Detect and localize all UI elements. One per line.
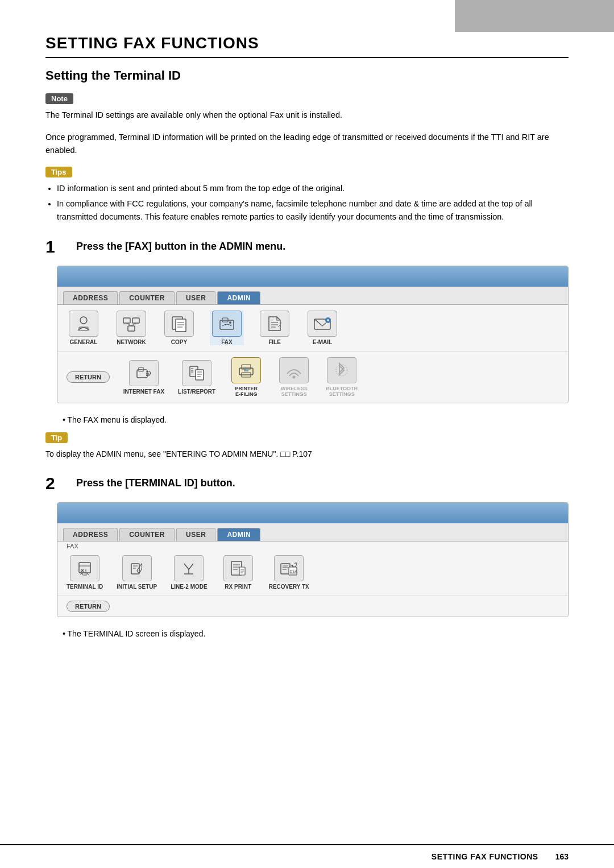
bluetooth-icon xyxy=(331,361,352,379)
icon-internet-fax-label: INTERNET FAX xyxy=(123,388,164,395)
svg-rect-2 xyxy=(123,318,130,323)
tip-label: Tip xyxy=(45,432,68,443)
step-2-container: 2 Press the [TERMINAL ID] button. xyxy=(45,474,569,492)
svg-text:DSA: DSA xyxy=(290,569,297,574)
icon-general-box xyxy=(69,311,98,337)
fax-icon xyxy=(217,315,237,333)
icon-initial-setup-box xyxy=(122,555,152,581)
icon-printer-efiling-box xyxy=(231,357,261,383)
icon-network-label: NETWORK xyxy=(117,339,146,345)
initial-setup-icon xyxy=(127,559,147,577)
tab-address-1[interactable]: ADDRESS xyxy=(63,291,118,304)
fax-breadcrumb: FAX xyxy=(57,542,568,549)
tab-user-1[interactable]: USER xyxy=(176,291,215,304)
section-title: Setting the Terminal ID xyxy=(45,68,569,83)
icon-line2-mode[interactable]: LINE-2 MODE xyxy=(171,555,207,590)
tip-item-1: ID information is sent and printed about… xyxy=(57,182,569,195)
icon-wireless-box xyxy=(279,357,309,383)
rx-print-icon xyxy=(228,559,248,577)
icon-fax[interactable]: FAX xyxy=(210,311,244,345)
copy-icon xyxy=(169,315,189,333)
icon-fax-box xyxy=(212,311,242,337)
note-label: Note xyxy=(45,93,73,104)
admin-screen-1: ADDRESS COUNTER USER Admin GENERAL xyxy=(57,266,569,403)
admin-icons-row-fax: TERMINAL ID INITIAL SETUP xyxy=(57,549,568,596)
printer-efiling-icon xyxy=(236,361,256,379)
icon-copy[interactable]: COPY xyxy=(162,311,196,345)
icon-wireless-label: WIRELESSSETTINGS xyxy=(281,386,308,397)
admin-icons-row-1: GENERAL NETWORK xyxy=(57,305,568,352)
icon-rx-print-box xyxy=(223,555,253,581)
tab-admin-1[interactable]: Admin xyxy=(217,291,260,304)
icon-printer-efiling[interactable]: PRINTERE-FILING xyxy=(229,357,263,397)
admin-tabs-1: ADDRESS COUNTER USER Admin xyxy=(57,287,568,305)
icon-general-label: GENERAL xyxy=(70,339,98,345)
svg-rect-25 xyxy=(196,370,204,380)
step-2-result: The TERMINAL ID screen is displayed. xyxy=(63,627,569,640)
recovery-tx-icon: DSA xyxy=(279,559,299,577)
icon-fax-label: FAX xyxy=(221,339,232,345)
icon-network-box xyxy=(117,311,146,337)
svg-rect-34 xyxy=(79,563,90,573)
svg-point-0 xyxy=(80,317,87,324)
tab-counter-1[interactable]: COUNTER xyxy=(119,291,175,304)
step-1-result: The FAX menu is displayed. xyxy=(63,414,569,426)
icon-copy-label: COPY xyxy=(171,339,187,345)
svg-rect-8 xyxy=(176,319,186,332)
terminal-id-icon xyxy=(74,559,95,577)
admin-icons-row-2: RETURN INTERNET FAX xyxy=(57,352,568,403)
internet-fax-icon xyxy=(134,364,154,382)
icon-internet-fax[interactable]: INTERNET FAX xyxy=(123,360,164,395)
tab-user-2[interactable]: USER xyxy=(176,528,215,541)
general-icon xyxy=(73,315,94,333)
return-btn-1[interactable]: RETURN xyxy=(67,371,110,383)
list-report-icon xyxy=(186,364,207,382)
step-2-number: 2 xyxy=(45,474,70,492)
icon-printer-efiling-label: PRINTERE-FILING xyxy=(235,386,258,397)
file-icon xyxy=(264,315,285,333)
icon-bluetooth-label: BluetoothSETTINGS xyxy=(326,386,358,397)
footer-page-number: 163 xyxy=(555,852,569,861)
step-1-container: 1 Press the [FAX] button in the ADMIN me… xyxy=(45,237,569,255)
body-text-1: Once programmed, Terminal ID information… xyxy=(45,131,569,157)
step-1-number: 1 xyxy=(45,237,70,255)
icon-copy-box xyxy=(164,311,194,337)
email-icon xyxy=(312,315,333,333)
screen-header-2 xyxy=(57,503,568,523)
tab-address-2[interactable]: ADDRESS xyxy=(63,528,118,541)
icon-general[interactable]: GENERAL xyxy=(67,311,101,345)
icon-return-1[interactable]: RETURN xyxy=(67,371,110,383)
svg-point-14 xyxy=(229,321,231,324)
footer-chapter-text: SETTING FAX FUNCTIONS xyxy=(432,852,538,861)
admin-tabs-2: ADDRESS COUNTER USER Admin xyxy=(57,523,568,542)
tip-text: To display the ADMIN menu, see "ENTERING… xyxy=(45,448,569,460)
icon-list-report-box xyxy=(182,360,211,386)
icon-internet-fax-box xyxy=(129,360,159,386)
icon-bluetooth[interactable]: BluetoothSETTINGS xyxy=(325,357,359,397)
icon-terminal-id[interactable]: TERMINAL ID xyxy=(67,555,103,590)
icon-file[interactable]: FILE xyxy=(258,311,292,345)
top-decorative-bar xyxy=(455,0,614,32)
icon-wireless[interactable]: WIRELESSSETTINGS xyxy=(277,357,311,397)
icon-list-report[interactable]: LIST/REPORT xyxy=(178,360,215,395)
step-2-text: Press the [TERMINAL ID] button. xyxy=(76,474,235,489)
network-icon xyxy=(121,315,142,333)
icon-rx-print-label: RX PRINT xyxy=(225,584,251,590)
admin-return-row: RETURN xyxy=(57,596,568,617)
icon-email[interactable]: E-MAIL xyxy=(305,311,339,345)
icon-rx-print[interactable]: RX PRINT xyxy=(221,555,255,590)
icon-network[interactable]: NETWORK xyxy=(114,311,148,345)
icon-email-label: E-MAIL xyxy=(313,339,332,345)
icon-bluetooth-box xyxy=(327,357,356,383)
svg-rect-4 xyxy=(128,326,135,331)
footer: SETTING FAX FUNCTIONS 163 xyxy=(0,844,614,868)
tab-admin-2[interactable]: Admin xyxy=(217,528,260,541)
tips-list: ID information is sent and printed about… xyxy=(57,182,569,224)
icon-recovery-tx[interactable]: DSA RECOVERY TX xyxy=(269,555,309,590)
icon-recovery-tx-box: DSA xyxy=(274,555,304,581)
icon-line2-mode-box xyxy=(174,555,204,581)
tab-counter-2[interactable]: COUNTER xyxy=(119,528,175,541)
return-btn-2[interactable]: RETURN xyxy=(67,601,110,612)
wireless-icon xyxy=(284,361,304,379)
icon-initial-setup[interactable]: INITIAL SETUP xyxy=(117,555,157,590)
